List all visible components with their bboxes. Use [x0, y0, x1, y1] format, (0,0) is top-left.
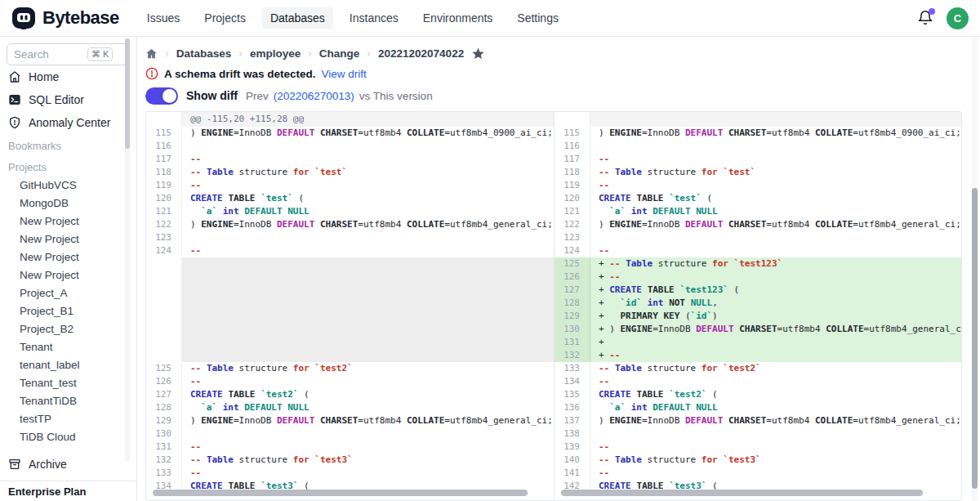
code-line: `a` int DEFAULT NULL	[590, 205, 961, 218]
diff-row: 118-- Table structure for `test`	[146, 166, 554, 179]
sidebar-item-label: Anomaly Center	[29, 116, 110, 129]
nav-link-settings[interactable]: Settings	[509, 7, 567, 29]
project-item[interactable]: Project_A	[0, 284, 136, 302]
main-scrollbar-thumb[interactable]	[972, 188, 978, 489]
archive-icon	[8, 458, 21, 471]
horizontal-scrollbar-left[interactable]	[153, 490, 528, 496]
code-line	[590, 427, 961, 441]
diff-row-added: 132+ --	[555, 349, 961, 362]
line-number: 118	[555, 166, 590, 179]
line-number: 123	[555, 231, 590, 244]
project-item[interactable]: New Project	[0, 266, 136, 284]
line-number: 125	[146, 362, 182, 375]
line-number: 132	[146, 454, 182, 467]
project-item[interactable]: tenant_label	[0, 356, 136, 374]
sidebar-item-label: Home	[29, 70, 59, 83]
nav-link-environments[interactable]: Environments	[415, 7, 501, 29]
diff-row: 131--	[146, 441, 554, 454]
line-number: 117	[555, 153, 590, 166]
project-item[interactable]: New Project	[0, 212, 136, 230]
nav-link-issues[interactable]: Issues	[139, 7, 188, 29]
diff-row: 133--	[146, 467, 554, 480]
sidebar-item-label: SQL Editor	[29, 93, 84, 106]
code-line: CREATE TABLE `test2` (	[590, 388, 961, 401]
diff-row: 120CREATE TABLE `test` (	[555, 192, 961, 205]
home-icon	[8, 70, 21, 83]
project-item[interactable]: GitHubVCS	[0, 177, 136, 195]
code-line: @@ -115,20 +115,28 @@	[182, 112, 554, 127]
diff-row: 123	[146, 231, 554, 244]
nav-link-projects[interactable]: Projects	[196, 7, 254, 29]
code-line: ) ENGINE=InnoDB DEFAULT CHARSET=utf8mb4 …	[590, 218, 961, 231]
schema-drift-alert: A schema drift was detected. View drift	[145, 66, 962, 81]
project-item[interactable]: MongoDB	[0, 195, 136, 212]
breadcrumb-item[interactable]: Change	[319, 47, 360, 60]
breadcrumb-separator: ›	[308, 47, 312, 60]
sidebar-item-archive[interactable]: Archive	[0, 453, 136, 476]
project-list: GitHubVCSMongoDBNew ProjectNew ProjectNe…	[0, 177, 136, 446]
line-number: 120	[555, 192, 590, 205]
show-diff-toggle[interactable]	[145, 87, 178, 105]
code-line: CREATE TABLE `test` (	[590, 192, 961, 205]
line-number: 122	[146, 218, 182, 231]
sidebar-item-home[interactable]: Home	[0, 65, 136, 88]
code-line: + --	[590, 349, 961, 362]
sidebar-item-anomaly-center[interactable]: Anomaly Center	[0, 111, 136, 134]
nav-link-instances[interactable]: Instances	[341, 7, 407, 29]
breadcrumb-item[interactable]: 20221202074022	[378, 47, 464, 60]
sidebar-item-sql-editor[interactable]: SQL Editor	[0, 88, 136, 111]
diff-row: 118-- Table structure for `test`	[555, 166, 961, 179]
breadcrumb: ›Databases›employee›Change›2022120207402…	[145, 45, 962, 61]
diff-row-added: 125+ -- Table structure for `test123`	[555, 257, 961, 271]
code-line: ) ENGINE=InnoDB DEFAULT CHARSET=utf8mb4 …	[182, 218, 554, 231]
line-number: 119	[146, 179, 182, 192]
diff-row-added: 129+ PRIMARY KEY (`id`)	[555, 310, 961, 323]
breadcrumb-home-icon[interactable]	[145, 47, 158, 60]
project-item[interactable]: Project_B1	[0, 302, 136, 320]
code-line: --	[590, 467, 961, 480]
code-line: --	[182, 467, 554, 480]
project-item[interactable]: testTP	[0, 410, 136, 428]
line-number: 124	[555, 244, 590, 257]
horizontal-scrollbar-right[interactable]	[561, 490, 923, 496]
line-number: 126	[555, 271, 590, 284]
sidebar: ⌘ K Home SQL Editor	[0, 37, 137, 501]
code-line: CREATE TABLE `test` (	[182, 192, 554, 205]
bookmark-star-icon[interactable]	[471, 47, 485, 60]
bytebase-logo-icon	[11, 6, 36, 30]
search-box[interactable]: ⌘ K	[7, 43, 130, 65]
code-line: +	[590, 336, 961, 349]
schema-diff-view: @@ -115,20 +115,28 @@115) ENGINE=InnoDB …	[145, 111, 962, 501]
view-drift-link[interactable]: View drift	[322, 68, 367, 80]
diff-row: 121 `a` int DEFAULT NULL	[146, 205, 554, 218]
alert-circle-icon	[145, 67, 158, 80]
hunk-header-row	[555, 112, 961, 127]
project-item[interactable]: TenantTiDB	[0, 392, 136, 410]
code-line: + --	[590, 271, 961, 284]
project-item[interactable]: TiDB Cloud	[0, 428, 136, 446]
line-number: 125	[555, 257, 590, 271]
breadcrumb-item[interactable]: Databases	[176, 47, 232, 60]
breadcrumb-item[interactable]: employee	[250, 47, 301, 60]
breadcrumb-separator: ›	[367, 47, 371, 60]
breadcrumb-separator: ›	[238, 47, 243, 60]
prev-version-link[interactable]: (202206270013)	[274, 90, 354, 102]
notification-bell-icon[interactable]	[917, 10, 933, 26]
sidebar-scrollbar-thumb[interactable]	[125, 38, 130, 149]
project-item[interactable]: New Project	[0, 248, 136, 266]
diff-row: 116	[555, 140, 961, 153]
project-item[interactable]: New Project	[0, 230, 136, 248]
project-item[interactable]: Tenant_test	[0, 374, 136, 392]
nav-link-databases[interactable]: Databases	[262, 7, 333, 29]
project-item[interactable]: Tenant	[0, 338, 136, 356]
code-line: `a` int DEFAULT NULL	[182, 205, 554, 218]
user-avatar[interactable]: C	[947, 7, 969, 29]
project-item[interactable]: Project_B2	[0, 320, 136, 338]
bytebase-logo[interactable]: Bytebase	[11, 6, 119, 30]
search-input[interactable]	[14, 48, 84, 60]
line-number: 135	[555, 388, 590, 401]
code-line: + CREATE TABLE `test123` (	[590, 284, 961, 297]
prev-label: Prev	[246, 90, 269, 102]
diff-row: 136 `a` int DEFAULT NULL	[555, 401, 961, 414]
diff-row-added: 131+	[555, 336, 961, 349]
